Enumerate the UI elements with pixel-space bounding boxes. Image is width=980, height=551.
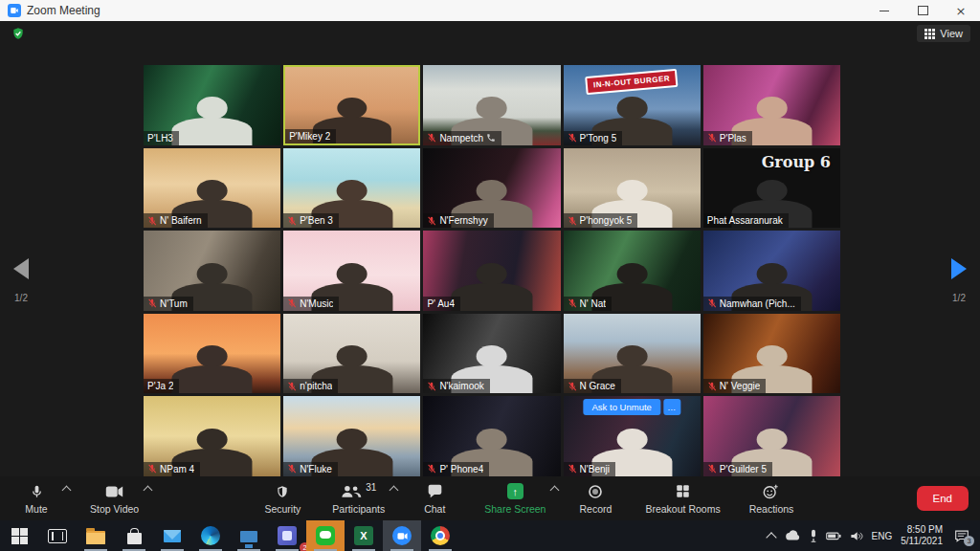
video-tile-p-lh3[interactable]: P'LH3 [144, 65, 280, 145]
participant-nameplate: N'Tum [144, 297, 193, 311]
app-icon-chrome[interactable] [421, 520, 459, 551]
security-button[interactable]: Security [261, 483, 303, 515]
line-messenger-icon [316, 526, 335, 545]
video-tile-p-au4[interactable]: P' Au4 [423, 231, 560, 311]
page-indicator-right: 1/2 [940, 293, 978, 303]
video-tile-p-phone4[interactable]: P' Phone4 [423, 396, 560, 476]
maximize-icon[interactable] [903, 0, 942, 21]
taskbar-clock[interactable]: 8:50 PM 5/11/2021 [901, 524, 943, 548]
ask-to-unmute-button[interactable]: Ask to Unmute [584, 399, 660, 415]
onedrive-cloud-icon[interactable] [784, 530, 801, 541]
microphone-tray-icon[interactable] [810, 529, 817, 542]
clock-date: 5/11/2021 [901, 536, 943, 546]
participant-nameplate: P'Ja 2 [144, 379, 179, 393]
edge-browser-icon [201, 526, 220, 545]
video-tile-namwhan-pich[interactable]: Namwhan (Pich... [703, 231, 840, 311]
video-tile-p-hongyok-5[interactable]: P'hongyok 5 [564, 148, 701, 229]
video-tile-n-music[interactable]: N'Music [283, 231, 420, 311]
meeting-content: View P'LH3P'Mikey 2NampetchIN-N-OUT BURG… [0, 21, 980, 520]
close-icon[interactable]: × [942, 0, 980, 21]
participant-nameplate: N' Veggie [703, 379, 767, 393]
participant-name: P' Phone4 [439, 464, 483, 474]
video-tile-npam-4[interactable]: NPam 4 [144, 396, 280, 476]
participant-name: P' Au4 [427, 298, 455, 309]
zoom-taskbar-icon [392, 526, 412, 545]
participants-icon [341, 484, 362, 498]
video-tile-n-nat[interactable]: N' Nat [564, 231, 701, 311]
speaker-icon[interactable] [850, 530, 863, 542]
encryption-shield-icon[interactable] [11, 27, 25, 40]
participant-nameplate: P'Mikey 2 [285, 129, 336, 143]
video-tile-nampetch[interactable]: Nampetch [423, 65, 560, 145]
participant-name: NPam 4 [160, 464, 194, 474]
mute-button[interactable]: Mute [15, 483, 57, 515]
video-tile-phat-assaranurak[interactable]: Group 6Phat Assaranurak [703, 148, 840, 229]
app-icon-file-explorer[interactable] [77, 520, 115, 551]
windows-logo-icon [11, 528, 28, 544]
stop-video-button[interactable]: Stop Video [90, 483, 139, 515]
breakout-rooms-button[interactable]: Breakout Rooms [645, 483, 720, 515]
video-tile-n-benji[interactable]: Ask to Unmute…N'Benji [564, 396, 701, 476]
participant-name: N'Fluke [300, 464, 332, 474]
share-options-caret-icon[interactable] [550, 485, 560, 495]
start-button[interactable] [0, 520, 38, 551]
chat-button[interactable]: Chat [413, 483, 456, 515]
video-tile-p-mikey-2[interactable]: P'Mikey 2 [283, 65, 420, 145]
participant-name: Namwhan (Pich... [720, 298, 795, 309]
previous-page-control: 1/2 [2, 258, 40, 303]
participants-options-caret-icon[interactable] [390, 485, 399, 495]
video-tile-p-guilder-5[interactable]: P'Guilder 5 [703, 396, 840, 476]
video-tile-n-fluke[interactable]: N'Fluke [283, 396, 420, 476]
video-tile-n-pitcha[interactable]: n'pitcha [283, 314, 420, 394]
action-center-button[interactable]: 3 [951, 525, 972, 546]
participant-name: N'Benji [580, 464, 610, 474]
participant-name: N' Nat [580, 298, 606, 309]
reactions-button[interactable]: Reactions [749, 483, 794, 515]
participant-nameplate: Namwhan (Pich... [703, 297, 801, 311]
mute-options-caret-icon[interactable] [62, 485, 72, 495]
clock-time: 8:50 PM [907, 524, 943, 535]
video-tile-n-veggie[interactable]: N' Veggie [703, 314, 840, 394]
muted-mic-icon [147, 216, 157, 226]
video-tile-n-baifern[interactable]: N' Baifern [144, 148, 280, 229]
participant-nameplate: P'Guilder 5 [703, 462, 772, 476]
video-tile-n-grace[interactable]: N Grace [564, 314, 701, 394]
view-button[interactable]: View [917, 25, 970, 42]
monitor-icon [240, 531, 257, 542]
participants-button[interactable]: 31 Participants [332, 483, 385, 515]
previous-page-arrow-icon[interactable] [13, 258, 29, 279]
app-icon-store[interactable] [115, 520, 153, 551]
end-meeting-button[interactable]: End [917, 486, 969, 511]
next-page-arrow-icon[interactable] [951, 258, 967, 279]
app-icon-photos[interactable]: 2 [268, 520, 306, 551]
unmute-more-options-button[interactable]: … [663, 399, 680, 415]
participant-name: N' Baifern [160, 215, 202, 226]
microphone-icon [30, 484, 44, 499]
app-icon-pc[interactable] [230, 520, 268, 551]
participant-name: P'hongyok 5 [580, 215, 633, 226]
video-tile-n-tum[interactable]: N'Tum [144, 231, 280, 311]
app-icon-edge[interactable] [191, 520, 230, 551]
hidden-icons-chevron-icon[interactable] [766, 532, 776, 542]
video-tile-p-plas[interactable]: P'Plas [703, 65, 840, 145]
share-screen-button[interactable]: ↑ Share Screen [484, 483, 546, 515]
app-icon-line[interactable] [306, 520, 345, 551]
battery-icon[interactable] [826, 530, 841, 541]
video-tile-p-tong-5[interactable]: IN-N-OUT BURGERP'Tong 5 [564, 65, 701, 145]
participant-name: n'pitcha [300, 381, 332, 391]
task-view-button[interactable] [38, 520, 77, 551]
video-tile-p-ben-3[interactable]: P'Ben 3 [283, 148, 420, 229]
language-indicator[interactable]: ENG [872, 531, 893, 541]
participant-name: P'Guilder 5 [720, 464, 767, 474]
muted-mic-icon [568, 298, 577, 308]
app-icon-excel[interactable]: X [345, 520, 383, 551]
minimize-icon[interactable] [865, 0, 903, 21]
app-icon-zoom[interactable] [383, 520, 421, 551]
video-tile-n-fernshyy[interactable]: N'Fernshyy [423, 148, 560, 229]
app-icon-mail[interactable] [153, 520, 191, 551]
video-tile-n-kaimook[interactable]: N'kaimook [423, 314, 560, 394]
video-tile-p-ja-2[interactable]: P'Ja 2 [144, 314, 280, 394]
phone-audio-icon [486, 133, 496, 143]
record-button[interactable]: Record [574, 483, 616, 515]
store-bag-icon [127, 533, 142, 544]
